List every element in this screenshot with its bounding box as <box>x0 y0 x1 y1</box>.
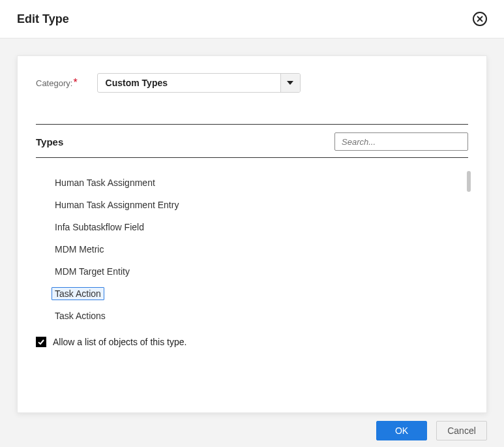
dialog-title: Edit Type <box>17 12 69 26</box>
category-label: Category:* <box>36 77 78 89</box>
required-indicator: * <box>73 77 77 88</box>
dropdown-caret <box>280 74 300 92</box>
type-item[interactable]: Infa Subtaskflow Field <box>52 221 147 234</box>
allow-list-row: Allow a list of objects of this type. <box>36 337 468 347</box>
types-list-container: Human Task Assignment Human Task Assignm… <box>36 158 468 406</box>
type-item[interactable]: Task Actions <box>52 309 109 322</box>
close-button[interactable] <box>473 12 487 26</box>
type-item[interactable]: Task Action <box>52 287 104 300</box>
types-list: Human Task Assignment Human Task Assignm… <box>36 176 468 322</box>
dialog-footer: OK Cancel <box>17 413 487 440</box>
category-dropdown-value: Custom Types <box>98 74 280 92</box>
type-item[interactable]: Human Task Assignment <box>52 176 158 189</box>
dialog-header: Edit Type <box>0 0 504 39</box>
category-label-text: Category: <box>36 78 72 88</box>
close-icon <box>477 16 483 22</box>
types-heading: Types <box>36 136 63 147</box>
checkmark-icon <box>37 338 45 346</box>
type-item[interactable]: Human Task Assignment Entry <box>52 198 182 211</box>
edit-type-dialog: Edit Type Category:* Custom Types <box>0 0 504 447</box>
panel: Category:* Custom Types Types Human T <box>17 55 487 413</box>
scrollbar-thumb[interactable] <box>467 171 471 192</box>
types-search-input[interactable] <box>334 132 468 151</box>
types-header: Types <box>36 125 468 157</box>
category-row: Category:* Custom Types <box>36 73 468 93</box>
type-item[interactable]: MDM Target Entity <box>52 265 133 278</box>
dialog-body: Category:* Custom Types Types Human T <box>0 39 504 447</box>
category-dropdown[interactable]: Custom Types <box>97 73 301 93</box>
svg-marker-2 <box>287 81 293 85</box>
cancel-button[interactable]: Cancel <box>436 421 487 440</box>
ok-button[interactable]: OK <box>376 421 427 440</box>
type-item[interactable]: MDM Metric <box>52 243 107 256</box>
chevron-down-icon <box>287 81 293 85</box>
allow-list-checkbox[interactable] <box>36 337 46 347</box>
allow-list-label: Allow a list of objects of this type. <box>53 337 186 347</box>
